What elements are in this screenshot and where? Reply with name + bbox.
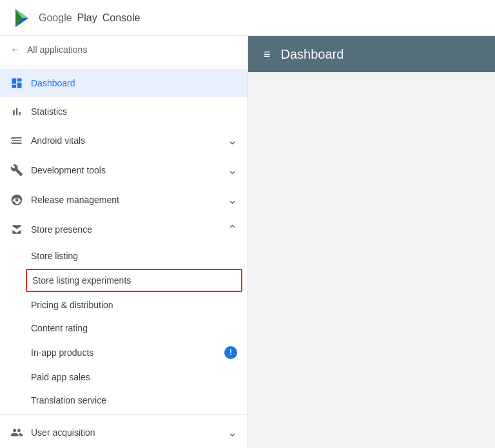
sidebar-item-android-vitals[interactable]: Android vitals ⌄ bbox=[0, 126, 248, 155]
store-listing-experiments-label: Store listing experiments bbox=[32, 275, 131, 286]
sidebar-subitem-store-listing-experiments[interactable]: Store listing experiments bbox=[26, 269, 242, 292]
store-presence-icon bbox=[10, 223, 23, 236]
divider-1 bbox=[0, 66, 248, 66]
back-to-all-apps[interactable]: ← All applications bbox=[0, 36, 248, 63]
logo-play: Play bbox=[77, 12, 97, 24]
dev-tools-icon bbox=[10, 164, 23, 177]
hamburger-icon[interactable]: ≡ bbox=[264, 48, 271, 61]
sidebar-item-user-acquisition[interactable]: User acquisition ⌄ bbox=[0, 418, 248, 447]
in-app-products-label: In-app products bbox=[31, 347, 93, 358]
development-tools-label: Development tools bbox=[31, 165, 220, 175]
sidebar-item-dashboard[interactable]: Dashboard bbox=[0, 69, 248, 97]
sidebar-subitem-in-app-products[interactable]: In-app products ! bbox=[0, 340, 248, 365]
development-tools-chevron: ⌄ bbox=[228, 163, 237, 177]
store-listing-label: Store listing bbox=[31, 251, 78, 261]
store-presence-chevron: ⌃ bbox=[228, 222, 237, 237]
content-area: ≡ Dashboard bbox=[248, 36, 495, 448]
pricing-distribution-label: Pricing & distribution bbox=[31, 300, 113, 310]
logo-console: Console bbox=[102, 12, 141, 24]
translation-service-label: Translation service bbox=[31, 395, 106, 405]
sidebar-subitem-content-rating[interactable]: Content rating bbox=[0, 317, 248, 340]
play-store-logo bbox=[10, 6, 34, 30]
statistics-icon bbox=[10, 105, 23, 118]
release-management-chevron: ⌄ bbox=[228, 193, 237, 207]
dashboard-label: Dashboard bbox=[31, 78, 237, 88]
sidebar-subitem-paid-app-sales[interactable]: Paid app sales bbox=[0, 365, 248, 389]
paid-app-sales-label: Paid app sales bbox=[31, 372, 90, 382]
content-rating-label: Content rating bbox=[31, 323, 88, 333]
main-layout: ← All applications Dashboard Statistics … bbox=[0, 36, 495, 448]
statistics-label: Statistics bbox=[31, 106, 237, 117]
sidebar-subitem-pricing-distribution[interactable]: Pricing & distribution bbox=[0, 293, 248, 317]
sidebar-item-release-management[interactable]: Release management ⌄ bbox=[0, 185, 248, 215]
content-title: Dashboard bbox=[281, 47, 344, 62]
sidebar-subitem-translation-service[interactable]: Translation service bbox=[0, 389, 248, 412]
back-label: All applications bbox=[27, 44, 87, 55]
sidebar-item-development-tools[interactable]: Development tools ⌄ bbox=[0, 155, 248, 185]
release-management-label: Release management bbox=[31, 195, 220, 205]
content-header: ≡ Dashboard bbox=[248, 36, 495, 72]
user-acquisition-chevron: ⌄ bbox=[228, 425, 237, 440]
user-acquisition-label: User acquisition bbox=[31, 427, 220, 438]
logo-google: Google bbox=[39, 12, 72, 24]
sidebar-subitem-store-listing[interactable]: Store listing bbox=[0, 244, 248, 268]
back-arrow-icon: ← bbox=[10, 44, 21, 55]
user-acquisition-icon bbox=[10, 426, 23, 439]
sidebar: ← All applications Dashboard Statistics … bbox=[0, 36, 248, 448]
logo-area: Google Play Console bbox=[10, 6, 140, 30]
dashboard-icon bbox=[10, 77, 23, 90]
store-presence-label: Store presence bbox=[31, 224, 220, 235]
sidebar-item-store-presence[interactable]: Store presence ⌃ bbox=[0, 215, 248, 244]
sidebar-item-statistics[interactable]: Statistics bbox=[0, 97, 248, 126]
release-icon bbox=[10, 193, 23, 206]
android-vitals-label: Android vitals bbox=[31, 135, 220, 146]
in-app-products-badge: ! bbox=[224, 346, 237, 359]
top-header: Google Play Console bbox=[0, 0, 495, 36]
android-vitals-icon bbox=[10, 134, 23, 147]
divider-2 bbox=[0, 414, 248, 415]
android-vitals-chevron: ⌄ bbox=[228, 133, 237, 148]
svg-point-5 bbox=[15, 199, 19, 202]
